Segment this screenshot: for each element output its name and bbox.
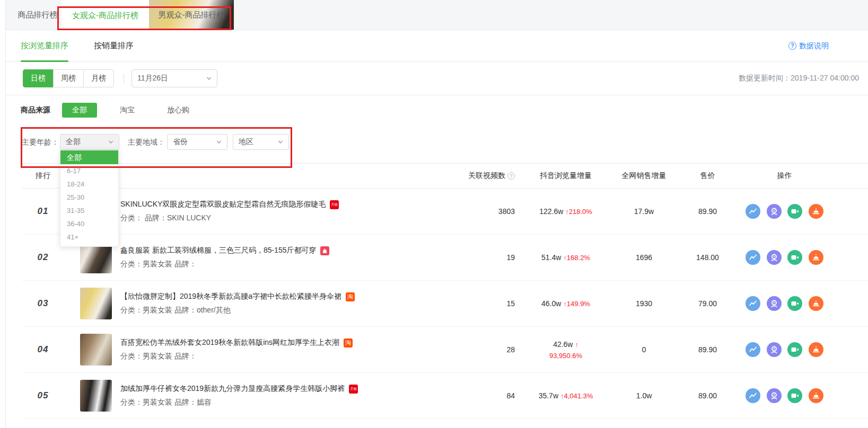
- video-camera-icon: [790, 390, 800, 401]
- source-fangxingou-button[interactable]: 放心购: [157, 103, 199, 118]
- trend-chart-icon-button[interactable]: [746, 296, 760, 311]
- shop-icon: [811, 206, 821, 217]
- age-option-18-24[interactable]: 18-24: [60, 177, 118, 191]
- table-row: 03 【欣怡微胖定制】2019秋冬季新款高腰a字裙中长款松紧腰半身伞裙 淘 分类…: [22, 281, 868, 327]
- influencer-icon-button[interactable]: [767, 296, 782, 311]
- video-icon-button[interactable]: [787, 296, 802, 311]
- shop-icon-button[interactable]: [809, 204, 823, 219]
- header-price: 售价: [680, 171, 735, 181]
- top-tab-bar: 商品排行榜 女观众-商品排行榜 男观众-商品排行榜: [6, 0, 868, 30]
- rank-number: 05: [38, 390, 49, 400]
- province-select-value: 省份: [173, 137, 188, 147]
- trend-chart-icon-button[interactable]: [746, 388, 760, 403]
- shop-icon-button[interactable]: [809, 388, 823, 403]
- tab-male-audience-ranking[interactable]: 男观众-商品排行榜: [149, 0, 234, 30]
- tab-sort-by-views[interactable]: 按浏览量排序: [21, 30, 68, 61]
- table-row: 04 百搭宽松仿羊羔绒外套女2019秋冬新款韩版ins网红加厚学生上衣潮 淘 分…: [22, 327, 868, 373]
- video-camera-icon: [790, 344, 800, 355]
- tab-sort-by-sales[interactable]: 按销量排序: [94, 30, 134, 61]
- influencer-icon-button[interactable]: [767, 250, 782, 265]
- age-option-6-17[interactable]: 6-17: [60, 164, 118, 177]
- videos-count: 3803: [460, 207, 523, 216]
- province-select[interactable]: 省份: [167, 134, 227, 150]
- sales-growth: 1696: [608, 253, 680, 262]
- product-ranking-page: 商品排行榜 女观众-商品排行榜 男观众-商品排行榜 按浏览量排序 按销量排序 ?…: [5, 0, 868, 428]
- influencer-icon-button[interactable]: [767, 342, 782, 357]
- header-sales-growth: 全网销售增量: [608, 171, 680, 181]
- rank-number: 02: [38, 252, 49, 262]
- product-title[interactable]: 百搭宽松仿羊羔绒外套女2019秋冬新款韩版ins网红加厚学生上衣潮: [120, 338, 339, 347]
- product-title[interactable]: 【欣怡微胖定制】2019秋冬季新款高腰a字裙中长款松紧腰半身伞裙: [120, 292, 341, 301]
- age-option-41plus[interactable]: 41+: [60, 230, 118, 244]
- chevron-down-icon: [216, 139, 222, 145]
- trend-chart-icon: [748, 344, 758, 355]
- source-filter-row: 商品来源 全部 淘宝 放心购: [6, 95, 868, 124]
- trend-chart-icon-button[interactable]: [746, 342, 760, 357]
- age-option-all[interactable]: 全部: [60, 150, 118, 164]
- chevron-down-icon: [108, 139, 113, 145]
- influencer-icon: [769, 344, 779, 355]
- views-rise-percent-line2: 93,950.6%: [523, 352, 608, 360]
- product-title[interactable]: 加绒加厚牛仔裤女冬2019新款九分弹力显瘦高腰紧身学生韩版小脚裤: [120, 384, 345, 394]
- tab-product-ranking[interactable]: 商品排行榜: [14, 0, 62, 30]
- sales-growth: 0: [608, 345, 680, 354]
- influencer-icon: [769, 206, 779, 217]
- district-select[interactable]: 地区: [233, 134, 289, 150]
- price: 148.00: [680, 253, 735, 262]
- videos-count: 84: [460, 391, 523, 400]
- weekly-rank-button[interactable]: 周榜: [53, 69, 84, 87]
- shop-icon-button[interactable]: [809, 342, 823, 357]
- video-icon-button[interactable]: [787, 388, 802, 403]
- sales-growth: 1.0w: [608, 391, 680, 400]
- table-row: 02 鑫良服装 新款工装羽绒棉服，三色三尺码，85-155斤都可穿 分类：男装女…: [22, 235, 868, 281]
- actions-cell: [735, 342, 834, 357]
- video-icon-button[interactable]: [787, 250, 802, 265]
- source-all-button[interactable]: 全部: [62, 103, 97, 118]
- video-icon-button[interactable]: [787, 204, 802, 219]
- age-option-25-30[interactable]: 25-30: [60, 191, 118, 204]
- product-title[interactable]: SKINLUCKY双眼皮定型霜双眼皮贴定型霜自然无痕隐形假睫毛: [120, 200, 326, 209]
- header-rank: 排行: [22, 171, 64, 181]
- product-image[interactable]: [80, 334, 112, 365]
- ranking-table: 排行 关联视频数? 抖音浏览量增量 全网销售增量 售价 操作 01 SKINLU…: [6, 163, 868, 419]
- product-title[interactable]: 鑫良服装 新款工装羽绒棉服，三色三尺码，85-155斤都可穿: [120, 246, 316, 255]
- daily-rank-button[interactable]: 日榜: [23, 69, 54, 87]
- product-image[interactable]: [80, 380, 112, 412]
- shop-icon-button[interactable]: [809, 250, 823, 265]
- influencer-icon-button[interactable]: [767, 204, 782, 219]
- monthly-rank-button[interactable]: 月榜: [83, 69, 114, 87]
- influencer-icon-button[interactable]: [767, 388, 782, 403]
- actions-cell: [735, 204, 834, 219]
- product-category: 分类： 品牌：SKIN LUCKY: [120, 213, 339, 223]
- sales-growth: 1930: [608, 299, 680, 308]
- region-filter-label: 主要地域：: [128, 134, 165, 150]
- video-camera-icon: [790, 206, 800, 217]
- date-select[interactable]: 11月26日: [131, 69, 217, 87]
- trend-chart-icon-button[interactable]: [746, 250, 760, 265]
- source-taobao-button[interactable]: 淘宝: [110, 103, 145, 118]
- question-circle-icon[interactable]: ?: [507, 172, 515, 180]
- trend-chart-icon-button[interactable]: [746, 204, 760, 219]
- chevron-down-icon: [206, 76, 212, 81]
- video-icon-button[interactable]: [787, 342, 802, 357]
- data-explanation-link[interactable]: ? 数据说明: [788, 41, 829, 51]
- actions-cell: [735, 250, 834, 265]
- source-filter-label: 商品来源: [21, 105, 50, 115]
- table-row: 05 加绒加厚牛仔裤女冬2019新款九分弹力显瘦高腰紧身学生韩版小脚裤 天猫 分…: [22, 373, 868, 419]
- age-region-filter-row: 主要年龄： 全部 全部 6-17 18-24 25-30 31-35 36-40…: [6, 124, 868, 163]
- shop-icon-button[interactable]: [809, 296, 823, 311]
- period-filter-row: 日榜 周榜 月榜 11月26日 数据更新时间：2019-11-27 04:00:…: [6, 62, 868, 95]
- age-filter-label: 主要年龄：: [22, 134, 59, 150]
- table-row: 01 SKINLUCKY双眼皮定型霜双眼皮贴定型霜自然无痕隐形假睫毛 天猫 分类…: [22, 189, 868, 235]
- views-rise-percent: ↑149.9%: [563, 300, 590, 308]
- age-select[interactable]: 全部: [60, 134, 119, 150]
- age-option-31-35[interactable]: 31-35: [60, 204, 118, 217]
- price: 89.90: [680, 207, 735, 216]
- product-image[interactable]: [80, 288, 112, 319]
- shop-icon: [811, 344, 821, 355]
- shop-icon: [811, 252, 821, 263]
- age-option-36-40[interactable]: 36-40: [60, 217, 118, 230]
- product-category: 分类：男装女装 品牌：other/其他: [120, 306, 355, 315]
- tab-female-audience-ranking[interactable]: 女观众-商品排行榜: [62, 0, 149, 31]
- vertical-divider: [124, 74, 124, 83]
